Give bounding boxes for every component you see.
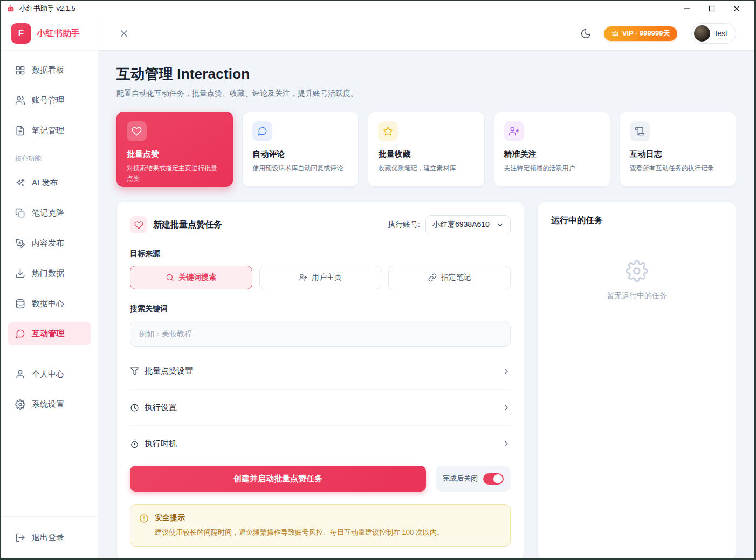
- user-icon: [15, 369, 25, 379]
- notice-title: 安全提示: [155, 513, 444, 523]
- source-specific-note[interactable]: 指定笔记: [388, 266, 511, 289]
- card-interaction-log[interactable]: 互动日志 查看所有互动任务的执行记录: [620, 112, 736, 187]
- keyword-input[interactable]: [130, 321, 511, 347]
- sidebar-item-notes[interactable]: 笔记管理: [8, 119, 91, 142]
- source-user-homepage[interactable]: 用户主页: [259, 266, 382, 289]
- sidebar-item-interaction[interactable]: 互动管理: [8, 322, 91, 345]
- source-tabs: 关键词搜索 用户主页 指定笔记: [130, 266, 511, 289]
- section-label: 执行时机: [145, 439, 497, 449]
- minimize-button[interactable]: [675, 1, 699, 17]
- source-keyword-search[interactable]: 关键词搜索: [130, 266, 252, 289]
- section-execution-timing[interactable]: 执行时机: [130, 425, 511, 461]
- notice-text: 建议使用较长的间隔时间，避免频繁操作导致账号风控。每日互动量建议控制在 100 …: [155, 527, 444, 538]
- sidebar-item-data-center[interactable]: 数据中心: [8, 292, 91, 315]
- logout-button[interactable]: 退出登录: [8, 526, 91, 549]
- sidebar-item-content-publish[interactable]: 内容发布: [8, 231, 91, 255]
- sparkles-icon: [15, 178, 25, 188]
- new-task-form: 新建批量点赞任务 执行账号: 小红薯6938A610 目标来源 关键词搜: [116, 202, 524, 558]
- sidebar-item-hot-data[interactable]: 热门数据: [8, 261, 91, 285]
- sidebar-item-settings[interactable]: 系统设置: [8, 392, 91, 416]
- user-menu[interactable]: test: [691, 23, 736, 44]
- card-batch-like[interactable]: 批量点赞 对搜索结果或指定主页进行批量点赞: [116, 112, 233, 187]
- card-title: 互动日志: [630, 149, 726, 160]
- alert-icon: [139, 514, 149, 523]
- content-area: 互动管理 Interaction 配置自动化互动任务，批量点赞、收藏、评论及关注…: [98, 51, 754, 558]
- safety-notice: 安全提示 建议使用较长的间隔时间，避免频繁操作导致账号风控。每日互动量建议控制在…: [130, 504, 511, 547]
- sidebar-item-ai-publish[interactable]: AI 发布: [8, 171, 91, 195]
- username: test: [715, 29, 727, 38]
- card-title: 批量点赞: [127, 149, 223, 160]
- sidebar-item-label: 数据中心: [32, 299, 64, 309]
- user-plus-icon: [299, 273, 307, 282]
- section-like-settings[interactable]: 批量点赞设置: [130, 353, 511, 389]
- brand-logo: F: [11, 23, 31, 44]
- maximize-button[interactable]: [699, 1, 724, 17]
- dark-mode-toggle[interactable]: [577, 24, 595, 43]
- close-after-finish-toggle[interactable]: [483, 473, 504, 485]
- chevron-right-icon: [502, 439, 511, 448]
- sidebar: F 小红书助手 数据看板 账号管理 笔记管理 核心功能: [1, 17, 98, 558]
- chat-icon: [257, 126, 267, 136]
- brand-name: 小红书助手: [37, 28, 80, 39]
- sidebar-item-dashboard[interactable]: 数据看板: [8, 58, 91, 82]
- close-after-finish-control: 完成后关闭: [436, 466, 511, 492]
- heart-icon: [134, 220, 143, 230]
- logout-icon: [15, 533, 25, 543]
- chevron-down-icon: [497, 222, 504, 229]
- avatar: [694, 25, 710, 42]
- chevron-right-icon: [502, 367, 511, 376]
- sidebar-item-profile[interactable]: 个人中心: [8, 362, 91, 386]
- section-execution-settings[interactable]: 执行设置: [130, 389, 511, 425]
- section-label: 批量点赞设置: [145, 366, 497, 376]
- card-desc: 查看所有互动任务的执行记录: [630, 163, 726, 174]
- download-icon: [15, 268, 25, 279]
- create-task-button[interactable]: 创建并启动批量点赞任务: [130, 466, 426, 492]
- sidebar-item-label: 数据看板: [32, 65, 64, 75]
- tasks-empty-state: 暂无运行中的任务: [551, 260, 723, 301]
- grid-icon: [15, 65, 25, 75]
- link-icon: [428, 273, 437, 282]
- sidebar-item-note-clone[interactable]: 笔记克隆: [8, 201, 91, 225]
- close-button[interactable]: [724, 1, 749, 17]
- sidebar-section-label: 核心功能: [8, 149, 91, 171]
- app-window: 小红书助手 v2.1.5 F 小红书助手 数据看板 账号管理: [1, 1, 754, 558]
- copy-icon: [15, 208, 25, 218]
- page-close-button[interactable]: [116, 26, 132, 41]
- scroll-icon: [635, 126, 645, 136]
- running-tasks-panel: 运行中的任务 暂无运行中的任务: [538, 202, 736, 558]
- account-select[interactable]: 小红薯6938A610: [425, 215, 511, 234]
- sidebar-item-accounts[interactable]: 账号管理: [8, 88, 91, 112]
- card-batch-favorite[interactable]: 批量收藏 收藏优质笔记，建立素材库: [368, 112, 484, 187]
- source-label: 用户主页: [312, 273, 342, 282]
- sidebar-item-label: 系统设置: [32, 399, 64, 410]
- moon-icon: [580, 28, 592, 39]
- sidebar-footer: 退出登录: [1, 516, 98, 558]
- feature-cards: 批量点赞 对搜索结果或指定主页进行批量点赞 自动评论 使用预设话术库自动回复或评…: [116, 112, 736, 187]
- crown-icon: [611, 30, 619, 37]
- logout-label: 退出登录: [32, 533, 64, 543]
- vip-badge[interactable]: VIP · 999999天: [604, 26, 678, 41]
- star-icon: [383, 126, 393, 136]
- card-precise-follow[interactable]: 精准关注 关注特定领域的活跃用户: [494, 112, 610, 187]
- card-auto-comment[interactable]: 自动评论 使用预设话术库自动回复或评论: [242, 112, 359, 187]
- card-desc: 收藏优质笔记，建立素材库: [378, 163, 474, 174]
- sidebar-item-label: 账号管理: [32, 95, 64, 106]
- account-label: 执行账号:: [388, 220, 420, 230]
- vip-label: VIP · 999999天: [622, 29, 670, 38]
- brand: F 小红书助手: [1, 17, 98, 51]
- app-logo-icon: [6, 4, 15, 13]
- window-title: 小红书助手 v2.1.5: [19, 4, 75, 13]
- sidebar-divider: [9, 352, 90, 352]
- card-desc: 关注特定领域的活跃用户: [504, 163, 600, 174]
- sidebar-nav: 数据看板 账号管理 笔记管理 核心功能 AI 发布 笔记克隆: [1, 51, 98, 516]
- card-desc: 使用预设话术库自动回复或评论: [252, 163, 348, 174]
- source-label: 指定笔记: [441, 273, 471, 282]
- card-title: 精准关注: [504, 149, 600, 160]
- clock-icon: [130, 403, 139, 412]
- page-title: 互动管理 Interaction: [116, 65, 736, 84]
- user-plus-icon: [509, 126, 519, 136]
- close-icon: [119, 29, 129, 38]
- section-label: 执行设置: [145, 403, 497, 413]
- source-label: 关键词搜索: [178, 273, 216, 282]
- card-title: 自动评论: [252, 149, 348, 160]
